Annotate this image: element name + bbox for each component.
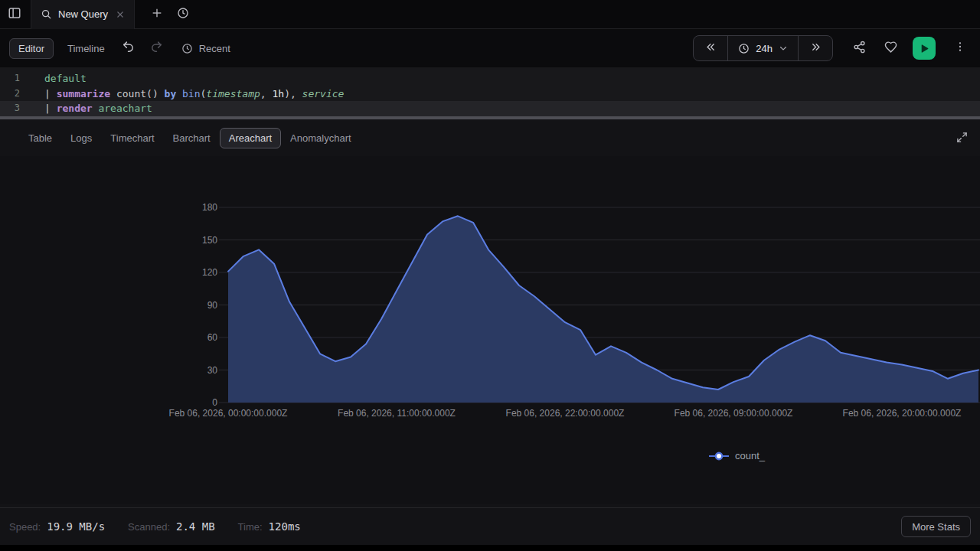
stat-speed-value: 19.9 MB/s [47,520,105,533]
line-number: 2 [0,86,20,102]
recent-label: Recent [199,43,230,54]
code-line-2[interactable]: 2| summarize count() by bin(timestamp, 1… [0,86,980,102]
query-toolbar: Editor Timeline Recent [0,29,980,67]
x-axis-tick-label: Feb 06, 2026, 00:00:00.000Z [169,408,288,419]
line-number: 1 [0,71,20,86]
tab-close-icon[interactable] [116,10,125,19]
legend-label: count_ [735,450,765,461]
stat-time: Time: 120ms [238,520,301,533]
area-fill [228,216,978,403]
y-axis-tick-label: 30 [207,365,218,376]
x-axis-tick-label: Feb 06, 2026, 09:00:00.000Z [675,408,793,419]
search-icon [41,8,52,20]
y-axis-tick-label: 90 [207,300,218,311]
x-axis-tick-label: Feb 06, 2026, 11:00:00.000Z [338,408,456,419]
timeline-mode-button[interactable]: Timeline [67,43,105,54]
kebab-menu-icon [954,41,966,56]
stat-speed: Speed: 19.9 MB/s [9,520,105,533]
chevrons-left-icon [705,41,717,56]
legend-item-count[interactable]: count_ [709,450,765,461]
time-range-value: 24h [756,43,773,54]
query-editor[interactable]: 1default2| summarize count() by bin(time… [0,67,980,116]
y-axis-tick-label: 150 [202,235,217,246]
sidebar-toggle-button[interactable] [0,0,29,29]
redo-icon [150,41,163,57]
app-window: New Query Editor Timeline [0,0,980,545]
tab-title: New Query [58,8,108,20]
share-icon [853,41,866,57]
stat-time-label: Time: [238,521,263,533]
clock-icon [181,43,193,54]
clock-icon [738,43,750,54]
y-axis-tick-label: 180 [202,202,217,213]
x-axis-tick-label: Feb 06, 2026, 22:00:00.000Z [506,408,625,419]
undo-icon [122,41,135,57]
chevron-down-icon [779,44,788,53]
line-number: 3 [0,101,20,116]
view-tab-anomalychart[interactable]: Anomalychart [281,128,360,148]
y-axis-tick-label: 120 [202,267,217,278]
expand-icon [956,132,968,146]
status-bar: Speed: 19.9 MB/s Scanned: 2.4 MB Time: 1… [0,507,980,545]
results-section: TableLogsTimechartBarchartAreachartAnoma… [0,119,980,544]
panel-left-icon [8,6,21,23]
view-tab-barchart[interactable]: Barchart [164,128,220,148]
time-range-forward-button[interactable] [799,36,832,60]
stat-scanned-label: Scanned: [128,521,170,533]
legend-marker-icon [709,452,729,461]
query-history-button[interactable] [172,0,194,29]
stat-scanned-value: 2.4 MB [176,520,215,533]
view-tab-areachart[interactable]: Areachart [220,128,281,148]
code-line-3[interactable]: 3| render areachart [0,101,980,116]
expand-chart-button[interactable] [956,132,968,146]
heart-icon [884,41,897,57]
view-tabs: TableLogsTimechartBarchartAreachartAnoma… [0,119,980,156]
run-query-button[interactable] [913,37,936,60]
time-range-picker[interactable]: 24h [727,36,799,60]
clock-history-icon [177,7,189,22]
area-chart-panel: 0306090120150180Feb 06, 2026, 00:00:00.0… [0,156,980,504]
code-line-1[interactable]: 1default [0,71,980,86]
new-tab-button[interactable] [145,0,168,29]
undo-button[interactable] [122,41,135,57]
query-tab[interactable]: New Query [31,0,135,29]
x-axis-tick-label: Feb 06, 2026, 20:00:00.000Z [843,408,962,419]
recent-queries-button[interactable]: Recent [181,43,230,54]
y-axis-tick-label: 60 [207,332,218,343]
more-stats-button[interactable]: More Stats [901,516,971,537]
favorite-button[interactable] [884,41,897,57]
y-axis-tick-label: 0 [212,397,217,408]
top-tab-bar: New Query [0,0,980,29]
stat-time-value: 120ms [269,520,301,533]
editor-mode-button[interactable]: Editor [9,38,54,59]
time-range-group: 24h [693,35,833,61]
area-chart[interactable]: 0306090120150180Feb 06, 2026, 00:00:00.0… [0,156,980,504]
toolbar-right-group: 24h [693,35,969,61]
redo-button[interactable] [150,41,163,57]
stat-scanned: Scanned: 2.4 MB [128,520,215,533]
stat-speed-label: Speed: [9,521,41,533]
more-options-button[interactable] [951,41,969,56]
play-icon [920,44,929,54]
share-button[interactable] [853,41,866,57]
chevrons-right-icon [810,41,822,56]
view-tab-timechart[interactable]: Timechart [101,128,163,148]
view-tab-logs[interactable]: Logs [61,128,101,148]
code-text: | summarize count() by bin(timestamp, 1h… [20,86,344,102]
time-range-back-button[interactable] [694,36,727,60]
view-tab-table[interactable]: Table [19,128,61,148]
code-text: | render areachart [20,101,152,116]
code-text: default [20,71,87,86]
plus-icon [151,7,163,22]
